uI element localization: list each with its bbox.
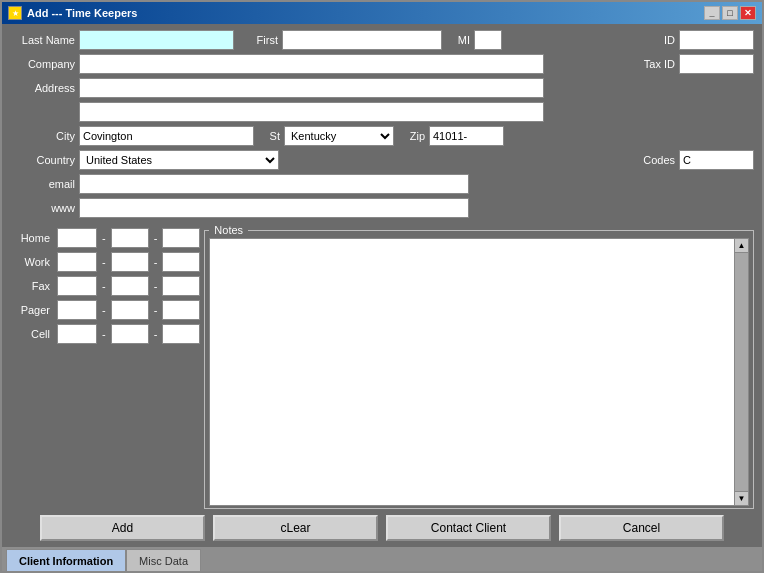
notes-textarea[interactable] xyxy=(210,239,734,505)
tax-id-input[interactable] xyxy=(679,54,754,74)
form-content: Last Name First MI ID Company Tax ID Add… xyxy=(2,24,762,547)
cell-dash2: - xyxy=(154,328,158,340)
pager-dash2: - xyxy=(154,304,158,316)
email-label: email xyxy=(10,178,75,190)
row-company: Company Tax ID xyxy=(10,54,754,74)
state-select[interactable]: Kentucky Ohio Indiana xyxy=(284,126,394,146)
cell-phone-row: Cell - - xyxy=(10,324,200,344)
www-label: www xyxy=(10,202,75,214)
city-input[interactable] xyxy=(79,126,254,146)
pager-phone-row: Pager - - xyxy=(10,300,200,320)
home-dash1: - xyxy=(102,232,106,244)
app-icon: ★ xyxy=(8,6,22,20)
fax-label: Fax xyxy=(10,280,50,292)
id-input[interactable] xyxy=(679,30,754,50)
tax-id-label: Tax ID xyxy=(637,58,675,70)
cell-prefix[interactable] xyxy=(111,324,149,344)
scroll-thumb xyxy=(735,253,748,491)
fax-dash1: - xyxy=(102,280,106,292)
pager-label: Pager xyxy=(10,304,50,316)
work-number[interactable] xyxy=(162,252,200,272)
button-row: Add cLear Contact Client Cancel xyxy=(10,515,754,541)
tab-client-information[interactable]: Client Information xyxy=(6,549,126,571)
last-name-label: Last Name xyxy=(10,34,75,46)
company-input[interactable] xyxy=(79,54,544,74)
maximize-button[interactable]: □ xyxy=(722,6,738,20)
fax-area[interactable] xyxy=(57,276,97,296)
first-input[interactable] xyxy=(282,30,442,50)
zip-label: Zip xyxy=(400,130,425,142)
row-name: Last Name First MI ID xyxy=(10,30,754,50)
scroll-up-button[interactable]: ▲ xyxy=(735,239,748,253)
window-title: Add --- Time Keepers xyxy=(27,7,137,19)
st-label: St xyxy=(260,130,280,142)
tab-misc-data[interactable]: Misc Data xyxy=(126,549,201,571)
company-label: Company xyxy=(10,58,75,70)
fax-dash2: - xyxy=(154,280,158,292)
work-prefix[interactable] xyxy=(111,252,149,272)
bottom-section: Home - - Work - - Fa xyxy=(10,224,754,509)
add-button[interactable]: Add xyxy=(40,515,205,541)
notes-fieldset: Notes ▲ ▼ xyxy=(204,224,754,509)
title-bar: ★ Add --- Time Keepers _ □ ✕ xyxy=(2,2,762,24)
address-input-2[interactable] xyxy=(79,102,544,122)
first-label: First xyxy=(240,34,278,46)
home-prefix[interactable] xyxy=(111,228,149,248)
work-area[interactable] xyxy=(57,252,97,272)
mi-label: MI xyxy=(448,34,470,46)
mi-input[interactable] xyxy=(474,30,502,50)
cancel-button[interactable]: Cancel xyxy=(559,515,724,541)
tab-bar: Client Information Misc Data xyxy=(2,547,762,571)
address-label: Address xyxy=(10,82,75,94)
work-label: Work xyxy=(10,256,50,268)
home-area[interactable] xyxy=(57,228,97,248)
home-dash2: - xyxy=(154,232,158,244)
cell-label: Cell xyxy=(10,328,50,340)
row-address2 xyxy=(10,102,754,122)
pager-area[interactable] xyxy=(57,300,97,320)
pager-number[interactable] xyxy=(162,300,200,320)
work-dash2: - xyxy=(154,256,158,268)
row-address1: Address xyxy=(10,78,754,98)
address-input-1[interactable] xyxy=(79,78,544,98)
country-label: Country xyxy=(10,154,75,166)
cell-area[interactable] xyxy=(57,324,97,344)
close-button[interactable]: ✕ xyxy=(740,6,756,20)
clear-button[interactable]: cLear xyxy=(213,515,378,541)
codes-input[interactable] xyxy=(679,150,754,170)
row-www: www xyxy=(10,198,754,218)
city-label: City xyxy=(10,130,75,142)
row-city: City St Kentucky Ohio Indiana Zip xyxy=(10,126,754,146)
last-name-input[interactable] xyxy=(79,30,234,50)
country-select[interactable]: United States Canada United Kingdom xyxy=(79,150,279,170)
fax-number[interactable] xyxy=(162,276,200,296)
home-label: Home xyxy=(10,232,50,244)
pager-prefix[interactable] xyxy=(111,300,149,320)
notes-scrollbar: ▲ ▼ xyxy=(734,239,748,505)
id-label: ID xyxy=(653,34,675,46)
fax-prefix[interactable] xyxy=(111,276,149,296)
window-controls: _ □ ✕ xyxy=(704,6,756,20)
cell-dash1: - xyxy=(102,328,106,340)
work-dash1: - xyxy=(102,256,106,268)
minimize-button[interactable]: _ xyxy=(704,6,720,20)
cell-number[interactable] xyxy=(162,324,200,344)
home-phone-row: Home - - xyxy=(10,228,200,248)
www-input[interactable] xyxy=(79,198,469,218)
work-phone-row: Work - - xyxy=(10,252,200,272)
zip-input[interactable] xyxy=(429,126,504,146)
row-country: Country United States Canada United King… xyxy=(10,150,754,170)
notes-container: ▲ ▼ xyxy=(209,238,749,506)
contact-client-button[interactable]: Contact Client xyxy=(386,515,551,541)
pager-dash1: - xyxy=(102,304,106,316)
phone-section: Home - - Work - - Fa xyxy=(10,224,200,509)
codes-label: Codes xyxy=(633,154,675,166)
fax-phone-row: Fax - - xyxy=(10,276,200,296)
title-bar-left: ★ Add --- Time Keepers xyxy=(8,6,137,20)
home-number[interactable] xyxy=(162,228,200,248)
main-window: ★ Add --- Time Keepers _ □ ✕ Last Name F… xyxy=(0,0,764,573)
notes-legend: Notes xyxy=(209,224,248,236)
email-input[interactable] xyxy=(79,174,469,194)
row-email: email xyxy=(10,174,754,194)
scroll-down-button[interactable]: ▼ xyxy=(735,491,748,505)
